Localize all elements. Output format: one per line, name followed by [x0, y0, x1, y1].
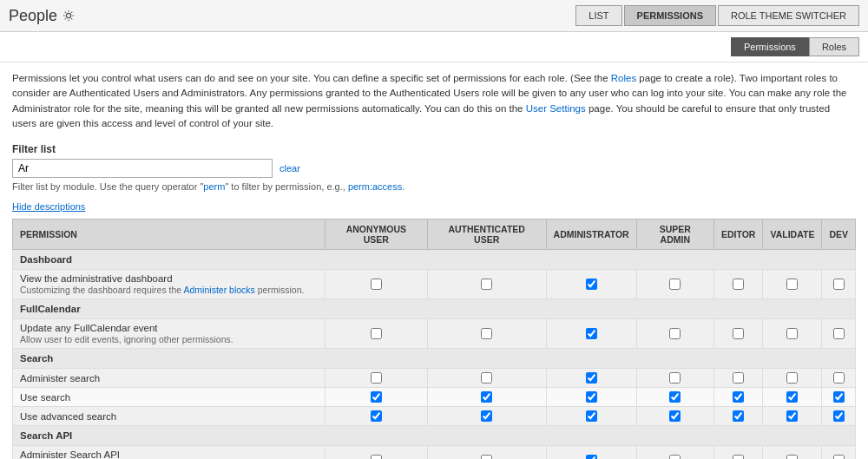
- table-row: Use search: [13, 388, 856, 407]
- perm-link[interactable]: perm: [203, 181, 225, 192]
- permission-checkbox[interactable]: [833, 410, 845, 422]
- permission-checkbox[interactable]: [833, 455, 845, 459]
- settings-icon[interactable]: [62, 10, 75, 22]
- permission-checkbox[interactable]: [481, 391, 492, 403]
- content-area: Permissions let you control what users c…: [0, 62, 868, 459]
- perm-desc-link[interactable]: Administer blocks: [184, 285, 255, 295]
- page-header: People LIST PERMISSIONS ROLE THEME SWITC…: [0, 0, 868, 32]
- permission-checkbox[interactable]: [733, 391, 744, 403]
- permission-checkbox[interactable]: [669, 455, 681, 459]
- table-row: Administer search: [13, 369, 856, 388]
- svg-point-0: [66, 13, 70, 17]
- col-anon: ANONYMOUS USER: [326, 220, 428, 250]
- col-superadmin: SUPER ADMIN: [636, 220, 713, 250]
- permission-checkbox[interactable]: [733, 372, 744, 384]
- filter-row: clear: [12, 159, 856, 178]
- permission-checkbox[interactable]: [733, 328, 744, 339]
- sub-tab-roles[interactable]: Roles: [809, 37, 859, 56]
- filter-hint: Filter list by module. Use the query ope…: [12, 181, 856, 192]
- page-title: People: [9, 7, 57, 25]
- tab-role-theme-switcher[interactable]: ROLE THEME SWITCHER: [718, 5, 859, 26]
- permission-checkbox[interactable]: [481, 410, 492, 422]
- permission-checkbox[interactable]: [833, 328, 845, 339]
- permission-checkbox[interactable]: [733, 455, 744, 459]
- permission-checkbox[interactable]: [733, 279, 744, 290]
- section-row: Search: [13, 349, 856, 369]
- page-title-area: People: [9, 7, 75, 25]
- permission-checkbox[interactable]: [586, 410, 597, 422]
- section-row: Search API: [13, 426, 856, 446]
- permission-checkbox[interactable]: [786, 455, 798, 459]
- permission-checkbox[interactable]: [833, 372, 845, 384]
- perm-access-link[interactable]: perm:access: [348, 181, 402, 192]
- permission-checkbox[interactable]: [669, 410, 681, 422]
- description-text: Permissions let you control what users c…: [12, 71, 856, 131]
- table-row: View the administrative dashboardCustomi…: [13, 270, 856, 299]
- tab-permissions[interactable]: PERMISSIONS: [624, 5, 716, 26]
- permission-checkbox[interactable]: [371, 410, 382, 422]
- permission-checkbox[interactable]: [669, 391, 681, 403]
- permission-checkbox[interactable]: [786, 410, 798, 422]
- filter-section: Filter list clear Filter list by module.…: [12, 143, 856, 192]
- permission-checkbox[interactable]: [371, 372, 382, 384]
- permission-checkbox[interactable]: [586, 279, 597, 290]
- col-editor: EDITOR: [713, 220, 762, 250]
- tab-list[interactable]: LIST: [575, 5, 621, 26]
- permission-checkbox[interactable]: [371, 455, 382, 459]
- filter-label: Filter list: [12, 143, 856, 155]
- permission-checkbox[interactable]: [586, 372, 597, 384]
- permission-checkbox[interactable]: [833, 279, 845, 290]
- sub-tab-permissions[interactable]: Permissions: [731, 37, 809, 56]
- filter-input[interactable]: [12, 159, 273, 178]
- col-validate: VALIDATE: [763, 220, 822, 250]
- permission-checkbox[interactable]: [481, 279, 492, 290]
- permission-checkbox[interactable]: [481, 328, 492, 339]
- roles-link[interactable]: Roles: [611, 73, 636, 83]
- permission-checkbox[interactable]: [833, 391, 845, 403]
- sub-tabs-bar: Permissions Roles: [0, 32, 868, 62]
- permission-checkbox[interactable]: [481, 372, 492, 384]
- permission-checkbox[interactable]: [733, 410, 744, 422]
- col-admin: ADMINISTRATOR: [546, 220, 636, 250]
- permission-checkbox[interactable]: [586, 391, 597, 403]
- permission-checkbox[interactable]: [669, 372, 681, 384]
- permission-checkbox[interactable]: [371, 328, 382, 339]
- section-row: FullCalendar: [13, 299, 856, 319]
- permission-checkbox[interactable]: [786, 372, 798, 384]
- col-dev: DEV: [822, 220, 856, 250]
- permission-checkbox[interactable]: [786, 279, 798, 290]
- section-row: Dashboard: [13, 250, 856, 270]
- filter-clear[interactable]: clear: [279, 163, 300, 174]
- permission-checkbox[interactable]: [481, 455, 492, 459]
- permission-checkbox[interactable]: [786, 391, 798, 403]
- col-permission: PERMISSION: [13, 220, 326, 250]
- table-row: Update any FullCalendar eventAllow user …: [13, 319, 856, 349]
- permission-checkbox[interactable]: [669, 279, 681, 290]
- permission-checkbox[interactable]: [669, 328, 681, 339]
- user-settings-link[interactable]: User Settings: [526, 103, 586, 114]
- col-auth: AUTHENTICATED USER: [427, 220, 546, 250]
- table-row: Administer Search APICreate and configur…: [13, 446, 856, 460]
- permission-checkbox[interactable]: [371, 391, 382, 403]
- table-row: Use advanced search: [13, 407, 856, 426]
- table-header-row: PERMISSION ANONYMOUS USER AUTHENTICATED …: [13, 220, 856, 250]
- permission-checkbox[interactable]: [371, 279, 382, 290]
- toggle-descriptions[interactable]: Hide descriptions: [12, 201, 85, 212]
- permission-checkbox[interactable]: [586, 328, 597, 339]
- header-tabs: LIST PERMISSIONS ROLE THEME SWITCHER: [575, 5, 859, 26]
- permission-checkbox[interactable]: [586, 455, 597, 459]
- permissions-table: PERMISSION ANONYMOUS USER AUTHENTICATED …: [12, 219, 856, 459]
- permission-checkbox[interactable]: [786, 328, 798, 339]
